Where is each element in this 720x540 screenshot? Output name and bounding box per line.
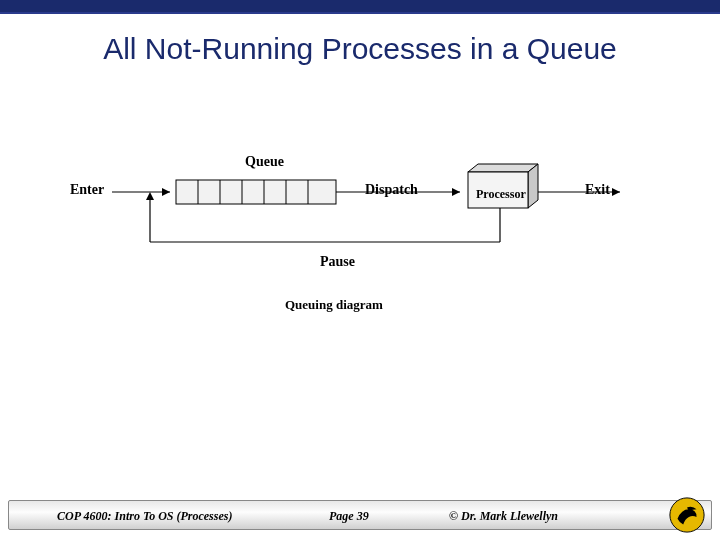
queuing-diagram: Enter Queue Dispatch Processor Exit Paus…: [60, 142, 660, 342]
slide: All Not-Running Processes in a Queue: [0, 0, 720, 540]
enter-label: Enter: [70, 182, 104, 198]
diagram-svg: [60, 142, 660, 282]
queue-label: Queue: [245, 154, 284, 170]
svg-marker-12: [528, 164, 538, 208]
svg-marker-11: [468, 164, 538, 172]
footer-copyright: © Dr. Mark Llewellyn: [449, 509, 558, 524]
footer-page: Page 39: [329, 509, 369, 524]
exit-label: Exit: [585, 182, 610, 198]
svg-marker-15: [612, 188, 620, 196]
svg-rect-2: [176, 180, 336, 204]
dispatch-label: Dispatch: [365, 182, 418, 198]
diagram-caption: Queuing diagram: [285, 297, 383, 313]
svg-marker-10: [452, 188, 460, 196]
top-accent-bar: [0, 12, 720, 14]
processor-label: Processor: [476, 187, 526, 202]
pause-label: Pause: [320, 254, 355, 270]
footer-bar: COP 4600: Intro To OS (Processes) Page 3…: [8, 500, 712, 530]
svg-marker-19: [146, 192, 154, 200]
ucf-pegasus-logo-icon: [668, 496, 706, 534]
slide-title: All Not-Running Processes in a Queue: [0, 32, 720, 66]
footer-course: COP 4600: Intro To OS (Processes): [57, 509, 232, 524]
svg-marker-1: [162, 188, 170, 196]
